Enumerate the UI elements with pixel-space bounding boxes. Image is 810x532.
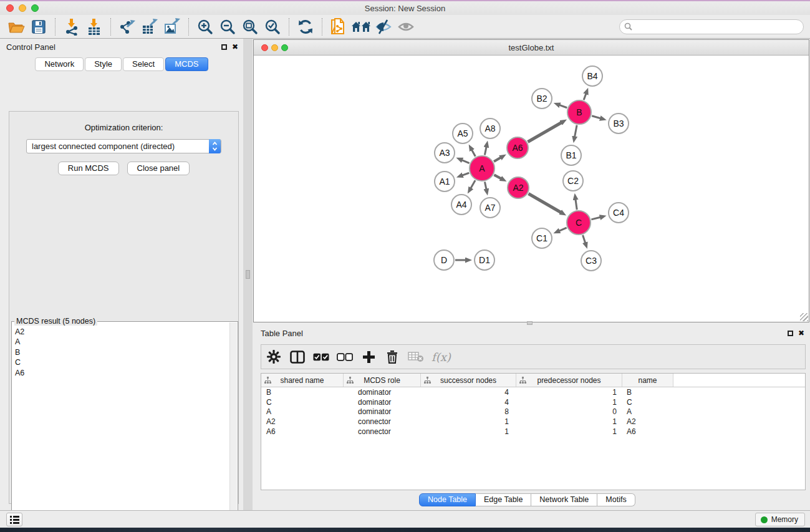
network-canvas[interactable]: B4B2BB3A5A8A6A3B1AA1C2A2A4A7C4CC1C3DD1	[254, 56, 809, 322]
float-table-panel-icon[interactable]	[788, 331, 793, 336]
tab-style[interactable]: Style	[85, 57, 122, 71]
tab-motifs[interactable]: Motifs	[597, 493, 635, 506]
table-row[interactable]: A2connector11A2	[261, 417, 805, 427]
tab-mcds[interactable]: MCDS	[165, 57, 208, 71]
delete-column-button[interactable]	[384, 349, 400, 365]
close-panel-icon[interactable]: ✖	[232, 43, 238, 51]
table-row[interactable]: Bdominator41B	[261, 387, 805, 397]
table-cell[interactable]: B	[622, 388, 673, 397]
graph-edge-C-C1[interactable]	[559, 228, 567, 231]
graph-node-A2[interactable]: A2	[508, 177, 529, 198]
graph-node-B3[interactable]: B3	[609, 114, 629, 133]
table-cell[interactable]: 4	[421, 388, 516, 397]
column-header-successor-nodes[interactable]: successor nodes	[421, 374, 516, 387]
graph-node-B4[interactable]: B4	[582, 66, 602, 86]
tab-network-table[interactable]: Network Table	[531, 493, 597, 506]
graph-edge-A6-B[interactable]	[528, 122, 561, 142]
table-cell[interactable]: C	[261, 398, 344, 407]
table-row[interactable]: Cdominator41C	[261, 397, 805, 407]
table-cell[interactable]: B	[261, 388, 344, 397]
graph-edge-B-B4[interactable]	[584, 94, 586, 100]
graph-node-A1[interactable]: A1	[435, 172, 455, 191]
graph-node-C1[interactable]: C1	[532, 228, 552, 248]
table-row[interactable]: Adominator80A	[261, 407, 805, 417]
mcds-result-item[interactable]: A	[13, 337, 229, 347]
graph-edge-C-C2[interactable]	[576, 200, 577, 210]
graph-node-D1[interactable]: D1	[475, 250, 494, 270]
close-table-panel-icon[interactable]: ✖	[798, 329, 804, 337]
table-cell[interactable]: A	[261, 407, 344, 416]
graph-node-B[interactable]: B	[567, 100, 591, 124]
apply-layout-button[interactable]	[294, 17, 317, 37]
graph-node-A4[interactable]: A4	[451, 195, 471, 215]
graph-edge-A-A6[interactable]	[494, 158, 501, 162]
graph-node-A6[interactable]: A6	[507, 137, 528, 158]
graph-edge-A2-C[interactable]	[528, 193, 561, 212]
criterion-dropdown[interactable]: largest connected component (directed)	[26, 139, 221, 153]
zoom-out-button[interactable]	[216, 17, 239, 37]
column-header-shared-name[interactable]: shared name	[261, 374, 344, 387]
show-columns-button[interactable]	[289, 349, 306, 365]
run-mcds-button[interactable]: Run MCDS	[58, 162, 119, 175]
graph-edge-C-C4[interactable]	[591, 217, 600, 220]
mcds-result-item[interactable]: C	[13, 357, 229, 367]
select-all-button[interactable]	[313, 349, 329, 365]
graph-node-A5[interactable]: A5	[453, 123, 473, 143]
show-graphics-details-button[interactable]	[372, 17, 395, 37]
column-header-mcds-role[interactable]: MCDS role	[344, 374, 421, 387]
float-panel-icon[interactable]	[221, 44, 227, 50]
table-cell[interactable]: 8	[421, 407, 516, 416]
memory-button[interactable]: Memory	[755, 513, 805, 526]
splitter-handle[interactable]	[246, 270, 250, 279]
open-session-button[interactable]	[5, 17, 27, 37]
graph-node-A[interactable]: A	[470, 156, 494, 181]
column-header-predecessor-nodes[interactable]: predecessor nodes	[516, 374, 622, 387]
table-cell[interactable]: 1	[516, 388, 622, 397]
import-table-button[interactable]	[83, 17, 105, 37]
table-cell[interactable]: dominator	[344, 407, 421, 416]
search-input[interactable]	[619, 19, 804, 34]
column-header-name[interactable]: name	[622, 374, 673, 387]
table-cell[interactable]: 4	[421, 398, 516, 407]
table-cell[interactable]: A2	[261, 417, 344, 426]
vertical-splitter[interactable]	[243, 39, 253, 510]
graph-edge-B-B2[interactable]	[559, 105, 567, 107]
mcds-result-item[interactable]: A6	[13, 368, 229, 378]
hide-details-button[interactable]	[395, 17, 417, 37]
export-table-button[interactable]	[138, 17, 161, 37]
close-panel-button[interactable]: Close panel	[127, 162, 190, 175]
graph-node-B1[interactable]: B1	[561, 145, 581, 165]
export-image-button[interactable]	[161, 17, 183, 37]
graph-edge-A-A8[interactable]	[485, 147, 486, 155]
graph-node-A7[interactable]: A7	[480, 198, 500, 218]
table-cell[interactable]: A2	[622, 417, 673, 426]
tab-network[interactable]: Network	[35, 57, 84, 71]
table-cell[interactable]: 1	[516, 427, 622, 436]
zoom-fit-button[interactable]	[239, 17, 261, 37]
function-builder-button-disabled[interactable]: f(x)	[432, 349, 451, 365]
delete-table-button-disabled[interactable]	[408, 349, 424, 365]
mcds-result-item[interactable]: A2	[13, 327, 229, 337]
mcds-result-item[interactable]: B	[13, 347, 229, 357]
table-cell[interactable]: dominator	[344, 388, 421, 397]
graph-node-A8[interactable]: A8	[480, 118, 500, 138]
graph-edge-A-A2[interactable]	[494, 175, 501, 178]
table-row[interactable]: A6connector11A6	[261, 427, 805, 437]
window-resize-grip[interactable]	[800, 313, 808, 321]
table-cell[interactable]: dominator	[344, 398, 421, 407]
table-cell[interactable]: A6	[261, 427, 344, 436]
tab-select[interactable]: Select	[123, 57, 164, 71]
graph-edge-A-A5[interactable]	[472, 150, 476, 157]
table-cell[interactable]: A	[622, 407, 673, 416]
new-network-from-selection-button[interactable]	[327, 17, 350, 37]
zoom-in-button[interactable]	[194, 17, 216, 37]
graph-node-C3[interactable]: C3	[581, 251, 601, 271]
import-network-button[interactable]	[60, 17, 83, 37]
graph-node-A3[interactable]: A3	[435, 143, 455, 163]
table-cell[interactable]: C	[622, 398, 673, 407]
create-column-button[interactable]	[360, 349, 377, 365]
result-scrollbar[interactable]	[229, 322, 237, 532]
graph-edge-A-A4[interactable]	[471, 180, 475, 188]
table-cell[interactable]: connector	[344, 427, 421, 436]
table-cell[interactable]: 0	[516, 407, 622, 416]
